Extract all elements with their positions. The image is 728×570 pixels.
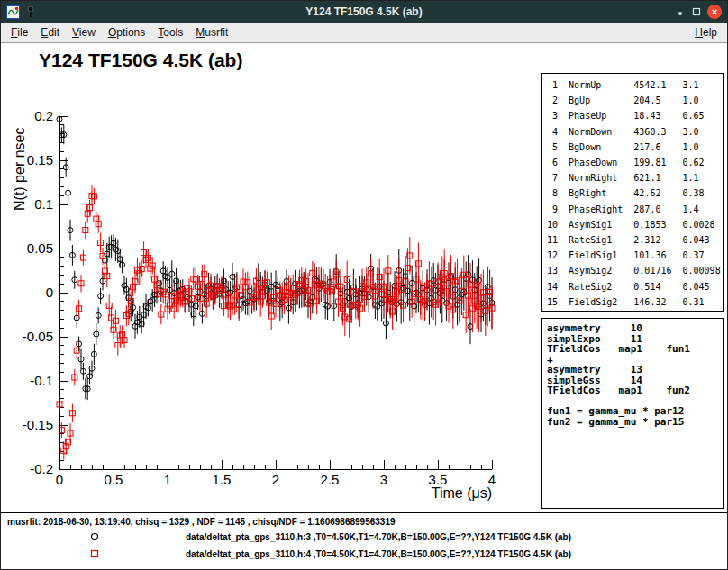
svg-text:1: 1 <box>164 472 171 487</box>
parameter-row-bgup: 2 BgUp 204.5 1.0 <box>547 93 723 108</box>
theory-line: asymmetry 10 <box>547 323 723 334</box>
svg-text:0.05: 0.05 <box>27 240 53 256</box>
svg-text:N(t) per nsec: N(t) per nsec <box>12 128 27 211</box>
pin-icon[interactable] <box>25 5 36 18</box>
menu-item-file[interactable]: File <box>5 24 34 41</box>
maximize-button[interactable] <box>691 6 702 17</box>
data-series-circle <box>57 111 495 400</box>
parameter-row-fieldsig2: 15 FieldSig2 146.32 0.31 <box>547 294 723 310</box>
svg-text:-0.1: -0.1 <box>30 373 53 388</box>
parameter-row-asymsig1: 10 AsymSig1 0.1853 0.0028 <box>547 217 723 232</box>
svg-text:0: 0 <box>46 285 53 300</box>
plot-canvas[interactable]: Y124 TF150G 4.5K (ab) 00.511.522.533.54-… <box>1 43 727 569</box>
plot-area[interactable]: 00.511.522.533.54-0.2-0.15-0.1-0.0500.05… <box>1 46 534 519</box>
parameter-row-ratesig1: 11 RateSig1 2.312 0.043 <box>547 232 723 248</box>
theory-box: asymmetry 10simplExpo 11TFieldCos map1 f… <box>541 318 724 509</box>
svg-text:Time (μs): Time (μs) <box>432 485 492 501</box>
menu-item-view[interactable]: View <box>66 24 102 41</box>
parameter-row-bgdown: 5 BgDown 217.6 1.0 <box>547 140 723 155</box>
theory-line: asymmetry 13 <box>547 365 723 375</box>
parameter-row-fieldsig1: 12 FieldSig1 101.36 0.37 <box>547 248 723 263</box>
svg-text:0.1: 0.1 <box>34 196 53 212</box>
app-window: Y124 TF150G 4.5K (ab) × FileEditViewOpti… <box>0 0 728 570</box>
parameter-row-normdown: 4 NormDown 4360.3 3.0 <box>547 124 723 140</box>
parameter-row-ratesig2: 14 RateSig2 0.514 0.045 <box>547 279 723 294</box>
legend-marker-square <box>89 548 100 559</box>
svg-text:0.15: 0.15 <box>27 152 53 167</box>
legend-label: data/deltat_pta_gps_3110,h:3 ,T0=4.50K,T… <box>186 532 571 542</box>
legend: data/deltat_pta_gps_3110,h:3 ,T0=4.50K,T… <box>1 528 727 569</box>
parameter-box: 1 NormUp 4542.1 3.1 2 BgUp 204.5 1.0 3 P… <box>541 73 724 312</box>
menu-item-tools[interactable]: Tools <box>151 24 189 41</box>
svg-text:0.5: 0.5 <box>105 472 123 487</box>
minimize-icon <box>675 6 686 17</box>
window-title: Y124 TF150G 4.5K (ab) <box>1 5 727 18</box>
svg-text:3: 3 <box>380 472 387 487</box>
footer-separator <box>1 512 727 513</box>
svg-text:2: 2 <box>272 472 279 487</box>
parameter-row-bgright: 8 BgRight 42.62 0.38 <box>547 185 723 201</box>
svg-text:2.5: 2.5 <box>321 472 340 487</box>
titlebar[interactable]: Y124 TF150G 4.5K (ab) × <box>1 1 727 23</box>
legend-item-1: data/deltat_pta_gps_3110,h:3 ,T0=4.50K,T… <box>1 529 727 546</box>
theory-line: fun1 = gamma_mu * par12 <box>547 406 723 417</box>
svg-text:-0.2: -0.2 <box>30 461 53 476</box>
legend-label: data/deltat_pta_gps_3110,h:4 ,T0=4.50K,T… <box>186 549 571 559</box>
parameter-row-phaseright: 9 PhaseRight 287.0 1.4 <box>547 202 723 217</box>
close-button[interactable]: × <box>707 5 722 19</box>
app-icon-graphic <box>6 5 20 19</box>
pin-icon-graphic <box>25 5 36 18</box>
parameter-row-normup: 1 NormUp 4542.1 3.1 <box>547 77 723 93</box>
theory-line: TFieldCos map1 fun2 <box>547 385 723 396</box>
fit-stats: musrfit: 2018-06-30, 13:19:40, chisq = 1… <box>7 517 396 527</box>
menu-bar: FileEditViewOptionsToolsMusrfit Help <box>1 23 727 43</box>
svg-text:-0.05: -0.05 <box>23 329 53 344</box>
svg-text:-0.15: -0.15 <box>23 417 53 432</box>
menu-item-help[interactable]: Help <box>688 24 723 41</box>
parameter-row-phaseup: 3 PhaseUp 18.43 0.65 <box>547 108 723 123</box>
menu-item-edit[interactable]: Edit <box>34 24 66 41</box>
minimize-button[interactable] <box>675 6 686 17</box>
menu-item-options[interactable]: Options <box>102 24 151 41</box>
app-icon[interactable] <box>6 5 20 19</box>
svg-text:1.5: 1.5 <box>213 472 232 487</box>
parameter-row-asymsig2: 13 AsymSig2 0.01716 0.00098 <box>547 263 723 278</box>
parameter-row-normright: 7 NormRight 621.1 1.1 <box>547 170 723 185</box>
svg-text:0: 0 <box>56 472 63 487</box>
menu-item-musrfit[interactable]: Musrfit <box>189 24 234 41</box>
legend-item-2: data/deltat_pta_gps_3110,h:4 ,T0=4.50K,T… <box>1 547 727 563</box>
svg-text:0.2: 0.2 <box>34 108 53 123</box>
theory-line: fun2 = gamma_mu * par15 <box>547 417 723 428</box>
legend-marker-circle <box>89 531 100 542</box>
theory-line: TFieldCos map1 fun1 <box>547 344 723 355</box>
parameter-row-phasedown: 6 PhaseDown 199.81 0.62 <box>547 155 723 170</box>
maximize-icon <box>691 6 702 17</box>
